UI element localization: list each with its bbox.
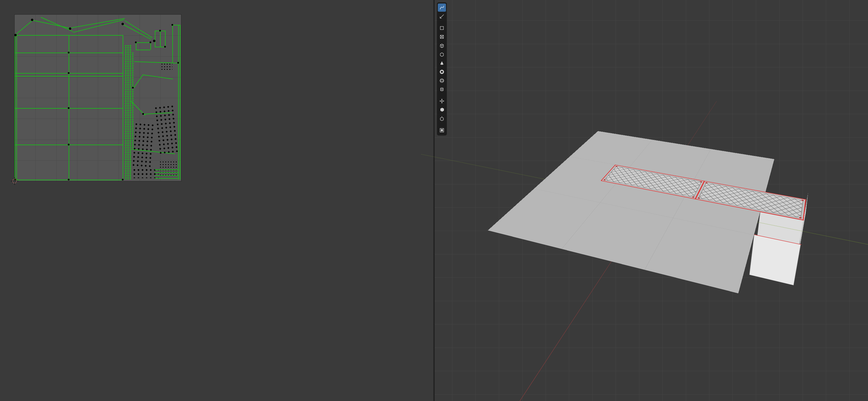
svg-rect-6	[440, 27, 444, 30]
tool-inset[interactable]	[438, 126, 446, 134]
tool-extrude[interactable]	[438, 115, 446, 123]
tool-add-torus[interactable]	[438, 68, 446, 76]
svg-point-10	[440, 79, 444, 83]
duct-outer-wall	[749, 234, 801, 285]
tool-bevel[interactable]	[438, 106, 446, 114]
viewport-3d[interactable]	[435, 0, 868, 401]
tool-measure[interactable]	[438, 12, 446, 21]
tool-shelf	[437, 2, 447, 135]
tool-add-prism[interactable]	[438, 50, 446, 58]
tool-add-cylinder[interactable]	[438, 85, 446, 93]
tool-add-plane[interactable]	[438, 33, 446, 41]
tool-add-cone[interactable]	[438, 59, 446, 67]
duct-inner-wall	[755, 212, 804, 260]
svg-point-11	[440, 80, 444, 81]
uv-canvas[interactable]	[0, 0, 433, 401]
grate-a-mesh	[604, 166, 702, 197]
slab-mesh[interactable]	[488, 131, 774, 293]
svg-point-12	[441, 88, 443, 89]
uv-grid	[14, 14, 181, 181]
grate-a[interactable]	[601, 164, 705, 199]
grate-b[interactable]	[695, 181, 806, 220]
tool-add-cube[interactable]	[438, 24, 446, 32]
viewport-canvas[interactable]	[435, 0, 868, 401]
tool-draw[interactable]	[438, 3, 446, 12]
tool-add-sphere[interactable]	[438, 76, 446, 85]
uv-editor[interactable]	[0, 0, 434, 401]
tool-move[interactable]	[438, 97, 446, 105]
cursor-2d-icon	[11, 177, 19, 185]
svg-rect-15	[441, 129, 443, 131]
grate-b-mesh	[698, 182, 803, 218]
tool-add-box[interactable]	[438, 41, 446, 50]
svg-point-13	[441, 90, 443, 91]
